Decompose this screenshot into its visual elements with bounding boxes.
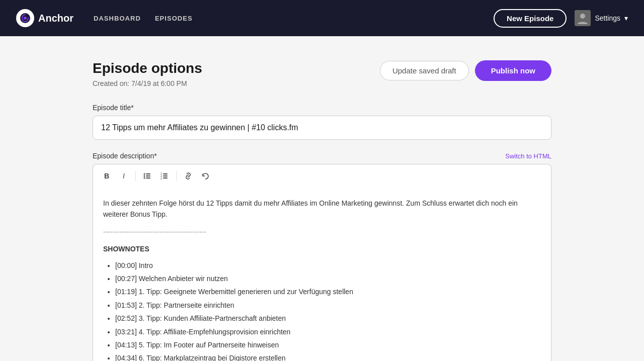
editor-toolbar: B I 1. 2.	[93, 164, 551, 188]
svg-rect-11	[163, 173, 168, 174]
episode-description-section: Episode description* Switch to HTML B I	[93, 152, 551, 361]
header-actions: Update saved draft Publish now	[380, 60, 551, 81]
svg-text:3.: 3.	[160, 177, 163, 180]
svg-point-6	[144, 175, 145, 177]
svg-rect-7	[146, 175, 150, 176]
navbar-right: New Episode Settings ▾	[494, 9, 628, 28]
main-content: Episode options Created on: 7/4/19 at 6:…	[80, 36, 564, 361]
nav-dashboard[interactable]: DASHBOARD	[94, 15, 141, 22]
settings-avatar	[575, 10, 591, 26]
description-text: In dieser zehnten Folge hörst du 12 Tipp…	[103, 198, 541, 220]
navbar: Anchor DASHBOARD EPISODES New Episode Se…	[0, 0, 644, 36]
toolbar-ordered-list-button[interactable]: 1. 2. 3.	[157, 168, 172, 184]
episode-title-label: Episode title*	[93, 104, 551, 112]
shownotes-list-item: [00:27] Welchen Anbieter wir nutzen	[115, 273, 541, 284]
shownotes-list-item: [04:13] 5. Tipp: Im Footer auf Partnerse…	[115, 339, 541, 350]
shownotes-heading: SHOWNOTES	[103, 243, 541, 254]
editor-content-area[interactable]: In dieser zehnten Folge hörst du 12 Tipp…	[93, 188, 551, 361]
page-header: Episode options Created on: 7/4/19 at 6:…	[93, 60, 551, 87]
toolbar-bold-button[interactable]: B	[99, 168, 114, 184]
settings-button[interactable]: Settings ▾	[575, 10, 628, 26]
shownotes-list-item: [03:21] 4. Tipp: Affiliate-Empfehlungspr…	[115, 326, 541, 337]
update-draft-button[interactable]: Update saved draft	[380, 61, 469, 80]
toolbar-divider-1	[135, 171, 136, 181]
shownotes-list-item: [01:19] 1. Tipp: Geeignete Werbemittel g…	[115, 286, 541, 297]
page-header-row: Episode options Created on: 7/4/19 at 6:…	[93, 60, 551, 87]
logo: Anchor	[16, 9, 73, 27]
svg-point-8	[144, 177, 145, 179]
nav-episodes[interactable]: EPISODES	[155, 15, 193, 22]
episode-title-input[interactable]	[93, 116, 551, 140]
toolbar-divider-2	[176, 171, 177, 181]
settings-chevron-icon: ▾	[624, 14, 628, 22]
description-divider: ----------------------------------------…	[103, 226, 541, 237]
shownotes-list-item: [01:53] 2. Tipp: Partnerseite einrichten	[115, 300, 541, 311]
shownotes-list: [00:00] Intro[00:27] Welchen Anbieter wi…	[103, 260, 541, 361]
svg-rect-5	[146, 173, 150, 174]
shownotes-list-item: [02:52] 3. Tipp: Kunden Affiliate-Partne…	[115, 313, 541, 324]
settings-label: Settings	[595, 14, 620, 22]
description-header: Episode description* Switch to HTML	[93, 152, 551, 160]
svg-rect-13	[163, 175, 168, 176]
page-title: Episode options	[93, 60, 202, 76]
svg-point-1	[24, 17, 27, 20]
svg-rect-15	[163, 177, 168, 178]
episode-title-section: Episode title*	[93, 104, 551, 140]
nav-links: DASHBOARD EPISODES	[94, 15, 193, 22]
shownotes-list-item: [00:00] Intro	[115, 260, 541, 271]
shownotes-list-item: [04:34] 6. Tipp: Markplatzeintrag bei Di…	[115, 352, 541, 361]
svg-rect-9	[146, 177, 150, 178]
page-subtitle: Created on: 7/4/19 at 6:00 PM	[93, 79, 202, 87]
toolbar-unordered-list-button[interactable]	[140, 168, 155, 184]
episode-description-label: Episode description*	[93, 152, 157, 160]
publish-now-button[interactable]: Publish now	[475, 60, 551, 81]
logo-text: Anchor	[38, 13, 73, 24]
navbar-left: Anchor DASHBOARD EPISODES	[16, 9, 193, 27]
toolbar-italic-button[interactable]: I	[116, 168, 131, 184]
new-episode-button[interactable]: New Episode	[494, 9, 567, 28]
switch-to-html-button[interactable]: Switch to HTML	[505, 152, 551, 160]
logo-icon	[16, 9, 34, 27]
toolbar-undo-button[interactable]	[198, 168, 213, 184]
page-title-group: Episode options Created on: 7/4/19 at 6:…	[93, 60, 202, 87]
svg-point-3	[580, 14, 585, 19]
toolbar-link-button[interactable]	[181, 168, 196, 184]
svg-point-4	[144, 173, 145, 175]
